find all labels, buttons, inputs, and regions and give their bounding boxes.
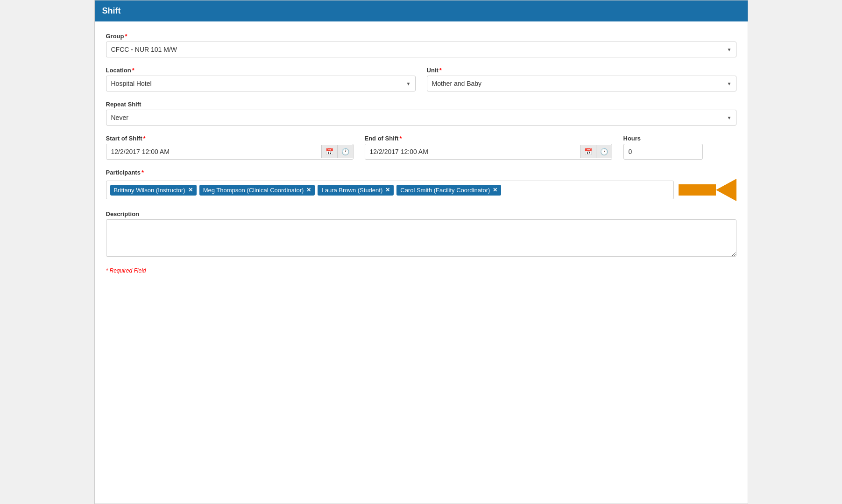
hours-col: Hours: [623, 135, 703, 160]
participants-field: Participants* Brittany Wilson (Instructo…: [106, 169, 736, 201]
group-select[interactable]: CFCC - NUR 101 M/W: [106, 42, 736, 57]
location-label: Location*: [106, 67, 416, 74]
end-shift-col: End of Shift* 📅 🕐: [365, 135, 612, 160]
participants-box[interactable]: Brittany Wilson (Instructor) ✕ Meg Thomp…: [106, 181, 674, 199]
participant-remove-4[interactable]: ✕: [493, 187, 497, 193]
form-title: Shift: [102, 6, 121, 15]
participants-row: Brittany Wilson (Instructor) ✕ Meg Thomp…: [106, 179, 736, 201]
unit-select[interactable]: Mother and Baby: [427, 76, 736, 91]
participants-required-star: *: [142, 169, 144, 176]
group-select-wrapper: CFCC - NUR 101 M/W: [106, 42, 736, 57]
form-body: Group* CFCC - NUR 101 M/W Location* Hosp…: [95, 21, 748, 285]
start-shift-col: Start of Shift* 📅 🕐: [106, 135, 354, 160]
start-clock-icon[interactable]: 🕐: [337, 145, 353, 158]
participant-remove-3[interactable]: ✕: [385, 187, 390, 193]
hours-label: Hours: [623, 135, 703, 142]
repeat-label: Repeat Shift: [106, 101, 736, 108]
participant-name-1: Brittany Wilson (Instructor): [114, 187, 185, 194]
end-clock-icon[interactable]: 🕐: [596, 145, 612, 158]
location-unit-row: Location* Hospital Hotel Unit* Mother an…: [106, 67, 736, 91]
shift-form-window: Shift Group* CFCC - NUR 101 M/W Location…: [94, 0, 748, 504]
participant-name-3: Laura Brown (Student): [321, 187, 382, 194]
end-label: End of Shift*: [365, 135, 612, 142]
repeat-select-wrapper: Never Daily Weekly Monthly: [106, 110, 736, 126]
start-label: Start of Shift*: [106, 135, 354, 142]
participant-tag-4: Carol Smith (Facility Coordinator) ✕: [396, 185, 501, 196]
participant-tag-3: Laura Brown (Student) ✕: [318, 185, 394, 196]
shift-times-row: Start of Shift* 📅 🕐 End of Shift*: [106, 135, 736, 160]
end-calendar-icon[interactable]: 📅: [580, 145, 596, 158]
arrow-indicator: [679, 179, 736, 201]
required-note: * Required Field: [106, 267, 736, 274]
end-datetime-wrapper: 📅 🕐: [365, 144, 612, 160]
arrow-head: [716, 179, 736, 201]
unit-select-wrapper: Mother and Baby: [427, 76, 736, 91]
start-datetime-wrapper: 📅 🕐: [106, 144, 354, 160]
end-datetime-input[interactable]: [365, 144, 580, 159]
arrow-body: [679, 184, 716, 196]
group-required-star: *: [125, 33, 127, 40]
unit-required-star: *: [439, 67, 442, 74]
location-required-star: *: [132, 67, 134, 74]
end-required-star: *: [399, 135, 402, 142]
description-label: Description: [106, 210, 736, 217]
repeat-field: Repeat Shift Never Daily Weekly Monthly: [106, 101, 736, 126]
participant-remove-2[interactable]: ✕: [306, 187, 311, 193]
group-label: Group*: [106, 33, 736, 40]
participant-name-4: Carol Smith (Facility Coordinator): [400, 187, 490, 194]
participant-name-2: Meg Thompson (Clinical Coordinator): [203, 187, 304, 194]
participant-tag-1: Brittany Wilson (Instructor) ✕: [110, 185, 197, 196]
description-textarea[interactable]: [106, 219, 736, 257]
participant-remove-1[interactable]: ✕: [188, 187, 193, 193]
start-required-star: *: [143, 135, 146, 142]
repeat-select[interactable]: Never Daily Weekly Monthly: [106, 110, 736, 126]
location-select-wrapper: Hospital Hotel: [106, 76, 416, 91]
start-calendar-icon[interactable]: 📅: [321, 145, 337, 158]
unit-label: Unit*: [427, 67, 736, 74]
location-col: Location* Hospital Hotel: [106, 67, 416, 91]
group-field: Group* CFCC - NUR 101 M/W: [106, 33, 736, 57]
start-datetime-input[interactable]: [106, 144, 321, 159]
location-select[interactable]: Hospital Hotel: [106, 76, 416, 91]
participant-tag-2: Meg Thompson (Clinical Coordinator) ✕: [199, 185, 315, 196]
description-field: Description: [106, 210, 736, 258]
hours-input[interactable]: [623, 144, 703, 160]
unit-col: Unit* Mother and Baby: [427, 67, 736, 91]
participants-label: Participants*: [106, 169, 736, 176]
title-bar: Shift: [95, 0, 748, 21]
